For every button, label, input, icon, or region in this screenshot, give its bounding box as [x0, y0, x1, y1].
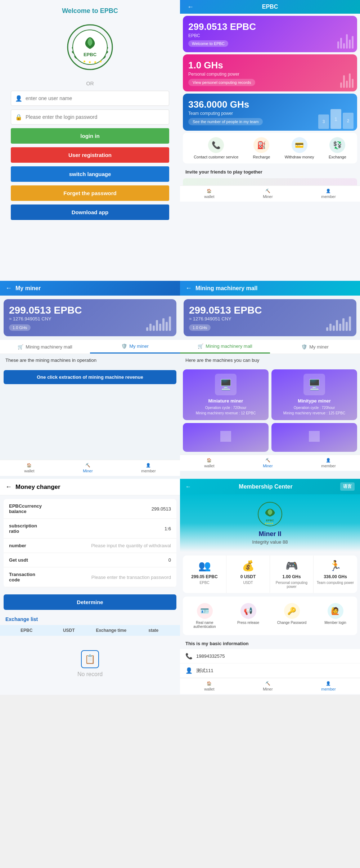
username-icon: 👤 [185, 667, 193, 674]
member-login-label: Member login [324, 621, 346, 625]
register-button[interactable]: User registration [11, 147, 169, 163]
team-members-link[interactable]: See the number of people in my team [188, 118, 263, 125]
personal-power-stat-label: Personal computing power [272, 581, 311, 589]
determine-button[interactable]: Determine [4, 594, 176, 610]
machine-card-2[interactable]: 🖥️ Minitype miner Operation cycle : 720h… [271, 369, 357, 420]
team-power-banner: 336.0000 GHs Team computing power See th… [183, 94, 357, 131]
header-back-icon[interactable]: ← [187, 3, 194, 11]
view-records-link[interactable]: View personel computing records [188, 79, 255, 86]
forget-password-button[interactable]: Forget the password [11, 185, 169, 201]
no-record-area: 📋 No record [0, 636, 180, 692]
invite-text: Invite your friends to play together [180, 166, 360, 178]
welcome-badge: Welcome to EPBC [188, 40, 228, 47]
machine-card-1[interactable]: 🖥️ Miniature miner Operation cycle : 720… [183, 369, 269, 420]
personal-power-icon: 🎮 [285, 560, 298, 572]
member-login-action[interactable]: 🙋 Member login [314, 600, 357, 631]
number-row: number Please input the quantity of with… [4, 539, 176, 553]
exchange-action[interactable]: 💱 Exchange [329, 137, 346, 159]
miner-nav-miner[interactable]: ⛏️ Miner [83, 463, 93, 473]
mall-wallet-icon: 🏠 [207, 458, 212, 463]
password-input[interactable] [11, 109, 169, 125]
miner-wallet-label: wallet [24, 469, 34, 473]
transaction-input-placeholder[interactable]: Please enter the transaction password [45, 575, 171, 580]
username-input[interactable] [11, 91, 169, 106]
mall-miner-label: Miner [263, 464, 273, 468]
mall-bottom-nav: 🏠 wallet ⛏️ Miner 👤 member [180, 455, 360, 471]
change-password-action[interactable]: 🔑 Change Password [270, 600, 314, 631]
machine-name-1: Miniature miner [187, 398, 264, 404]
stat-usdt: 💰 0 USDT USDT [226, 556, 270, 593]
change-password-icon: 🔑 [284, 603, 300, 619]
mall-nav-miner[interactable]: ⛏️ Miner [263, 458, 273, 468]
miner-back-button[interactable]: ← [5, 284, 12, 292]
miner-nav-wallet[interactable]: 🏠 wallet [24, 463, 34, 473]
member-top-section: EPBC ★★★★ Miner II Integrity value 88 [180, 494, 360, 552]
balance-subtitle: EPBC [188, 33, 352, 38]
money-form-table: EPBCcurrency balance 299.0513 subscripti… [4, 499, 176, 587]
password-input-group: 🔒 [11, 109, 169, 125]
money-back-button[interactable]: ← [5, 483, 12, 491]
mall-nav-wallet[interactable]: 🏠 wallet [204, 458, 214, 468]
membership-screen: ← Membership Center 语言 EPBC ★★★★ Miner I… [180, 479, 360, 695]
member-bottom-nav: 🏠 wallet ⛏️ Miner 👤 member [180, 678, 360, 694]
username-info-row: 👤 测试111 [180, 664, 360, 678]
contact-service-action[interactable]: 📞 Contact customer service [194, 137, 238, 159]
col-epbc: EPBC [5, 628, 48, 633]
machine-info-2: Operation cycle : 720hour Mining machine… [276, 405, 353, 416]
nav-member[interactable]: 👤 member [321, 189, 336, 199]
lock-icon: 🔒 [15, 114, 22, 121]
tab-mall-mining-mall[interactable]: 🛒 Mining machinery mall [180, 340, 270, 354]
svg-text:★: ★ [94, 60, 97, 64]
withdraw-action[interactable]: 💳 Withdraw money [285, 137, 314, 159]
mall-shield-icon: 🛡️ [301, 344, 307, 350]
member-nav-member[interactable]: 👤 member [321, 681, 336, 691]
col-usdt: USDT [48, 628, 90, 633]
nav-wallet[interactable]: 🏠 wallet [204, 189, 214, 199]
machine-card-3[interactable] [183, 423, 269, 452]
member-header: ← Membership Center 语言 [180, 479, 360, 494]
wallet-nav-icon: 🏠 [207, 189, 212, 193]
member-nav-wallet[interactable]: 🏠 wallet [204, 681, 214, 691]
tab-mining-mall[interactable]: 🛒 Mining machinery mall [0, 340, 90, 354]
shield-icon: 🛡️ [121, 343, 127, 349]
extract-revenue-button[interactable]: One click extraction of mining machine r… [4, 370, 176, 384]
member-back-button[interactable]: ← [185, 484, 191, 490]
tab-my-miner[interactable]: 🛡️ My miner [90, 340, 180, 354]
my-miner-screen: ← My miner 299.0513 EPBC ≈ 1276.949051 C… [0, 281, 180, 479]
number-input-placeholder[interactable]: Please input the quantity of withdrawal [45, 543, 171, 548]
mall-nav-member[interactable]: 👤 member [321, 458, 336, 468]
nav-miner[interactable]: ⛏️ Miner [263, 189, 273, 199]
miner-section-title: These are the mining machines in operati… [0, 354, 180, 366]
language-badge[interactable]: 语言 [340, 482, 355, 491]
real-name-auth-action[interactable]: 🪪 Real name authentication [183, 600, 226, 631]
miner-balance-card: 299.0513 EPBC ≈ 1276.949051 CNY 1.0 GHs [4, 299, 176, 336]
miner-header: ← My miner [0, 281, 180, 296]
login-button[interactable]: login in [11, 128, 169, 144]
switch-language-button[interactable]: switch language [11, 166, 169, 182]
tab-mall-my-miner[interactable]: 🛡️ My miner [270, 340, 360, 354]
machine-cpu-icon-1: 🖥️ [215, 374, 237, 395]
recharge-action[interactable]: ⛽ Recharge [253, 137, 270, 159]
no-record-text: No record [77, 671, 103, 678]
recharge-label: Recharge [253, 155, 270, 159]
miner-nav-member[interactable]: 👤 member [141, 463, 156, 473]
mall-member-icon: 👤 [326, 458, 331, 463]
member-nav-miner[interactable]: ⛏️ Miner [263, 681, 273, 691]
press-release-action[interactable]: 📢 Press release [226, 600, 270, 631]
mall-title: Mining machinery mall [195, 285, 257, 292]
balance-banner: 299.0513 EPBC EPBC Welcome to EPBC [183, 16, 357, 52]
ratio-label: subscription ratio [9, 523, 45, 534]
mall-back-button[interactable]: ← [185, 284, 192, 292]
download-app-button[interactable]: Download app [11, 204, 169, 220]
quick-actions-bar: 📞 Contact customer service ⛽ Recharge 💳 … [183, 133, 357, 163]
machine-name-2: Minitype miner [276, 398, 353, 404]
member-logo: EPBC ★★★★ [257, 502, 283, 527]
machine-card-4[interactable] [271, 423, 357, 452]
miner-title: My miner [15, 285, 41, 292]
transaction-label: Transaction code [9, 572, 45, 583]
svg-text:★★★★: ★★★★ [265, 522, 273, 525]
col-state: state [132, 628, 175, 633]
balance-label: EPBCcurrency balance [9, 503, 45, 514]
member-nav-icon: 👤 [326, 189, 331, 193]
get-usdt-label: Get usdt [9, 557, 45, 563]
